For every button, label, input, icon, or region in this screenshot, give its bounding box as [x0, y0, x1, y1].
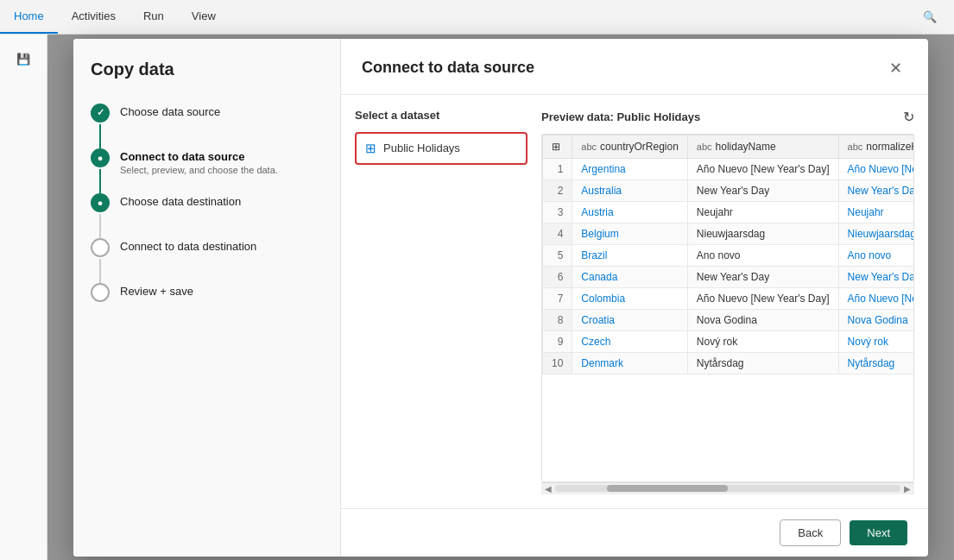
step-review-save: Review + save — [91, 283, 323, 306]
step-choose-dest: ● Choose data destination — [91, 193, 323, 238]
table-row: 8CroatiaNova GodinaNova Godina — [543, 309, 915, 330]
horizontal-scrollbar[interactable]: ◀ ▶ — [541, 482, 914, 494]
cell-normalize-6: New Year's Day — [838, 266, 914, 287]
cell-normalize-5: Ano novo — [838, 244, 914, 266]
cell-rownum-2: 2 — [543, 179, 572, 201]
step3-label: Choose data destination — [120, 195, 241, 208]
table-row: 1ArgentinaAño Nuevo [New Year's Day]Año … — [543, 158, 915, 179]
col-header-holiday: abcholidayName — [687, 135, 838, 158]
data-table-wrapper[interactable]: ⊞ abccountryOrRegion abcholidayName — [541, 134, 914, 482]
step1-line — [99, 124, 101, 148]
step5-circle — [91, 283, 110, 302]
step3-indicator: ● — [91, 193, 110, 238]
cell-holiday-8: Nova Godina — [687, 309, 838, 330]
back-button[interactable]: Back — [780, 519, 841, 546]
cell-country-2: Australia — [572, 179, 687, 201]
sidebar-title: Copy data — [91, 60, 323, 79]
step1-label: Choose data source — [120, 105, 220, 118]
step2-line — [99, 169, 101, 193]
col-type-normalize: abc — [848, 142, 863, 152]
step2-content: Connect to data source Select, preview, … — [120, 148, 278, 184]
cell-rownum-10: 10 — [543, 352, 572, 374]
step3-circle: ● — [91, 193, 110, 212]
col-type-holiday: abc — [697, 142, 712, 152]
table-row: 6CanadaNew Year's DayNew Year's Day — [543, 266, 915, 287]
col-name-normalize: normalizeHolidayName — [866, 141, 914, 153]
table-row: 2AustraliaNew Year's DayNew Year's Day — [543, 179, 915, 201]
preview-title: Preview data: Public Holidays — [541, 110, 700, 123]
cell-country-1: Argentina — [572, 158, 687, 179]
dataset-item-public-holidays[interactable]: ⊞ Public Holidays — [355, 132, 528, 165]
step4-line — [99, 259, 101, 283]
cell-country-5: Brazil — [572, 244, 687, 266]
preview-header: Preview data: Public Holidays ↻ — [541, 109, 914, 125]
app-area: 💾 Copy data ✓ — [0, 35, 954, 560]
top-bar-icons: 🔍 — [914, 2, 945, 33]
step3-dot-icon: ● — [98, 198, 104, 208]
scroll-right-arrow[interactable]: ▶ — [904, 484, 911, 494]
cell-holiday-10: Nytårsdag — [687, 352, 838, 374]
table-body: 1ArgentinaAño Nuevo [New Year's Day]Año … — [543, 158, 915, 374]
tab-activities[interactable]: Activities — [58, 0, 130, 34]
step4-label: Connect to data destination — [120, 240, 256, 253]
cell-holiday-3: Neujahr — [687, 201, 838, 223]
dataset-grid-icon: ⊞ — [365, 141, 376, 156]
cell-country-7: Colombia — [572, 287, 687, 309]
dialog-footer: Back Next — [341, 508, 928, 557]
step-connect-dest: Connect to data destination — [91, 238, 323, 283]
steps-list: ✓ Choose data source ● — [91, 104, 323, 306]
preview-panel: Preview data: Public Holidays ↻ ⊞ — [541, 109, 914, 494]
step5-content: Review + save — [120, 283, 193, 306]
step1-check-icon: ✓ — [97, 107, 104, 118]
step5-label: Review + save — [120, 285, 193, 298]
save-icon[interactable]: 💾 — [8, 43, 39, 74]
cell-holiday-6: New Year's Day — [687, 266, 838, 287]
refresh-button[interactable]: ↻ — [903, 109, 914, 125]
step2-dot-icon: ● — [98, 153, 104, 163]
tab-home[interactable]: Home — [0, 0, 58, 34]
cell-normalize-7: Año Nuevo [New Year's Day] — [838, 287, 914, 309]
cell-rownum-7: 7 — [543, 287, 572, 309]
step1-circle: ✓ — [91, 104, 110, 123]
scroll-thumb[interactable] — [607, 485, 728, 492]
col-name-holiday: holidayName — [716, 141, 776, 153]
cell-rownum-9: 9 — [543, 330, 572, 352]
scroll-left-arrow[interactable]: ◀ — [545, 484, 552, 494]
step-choose-source: ✓ Choose data source — [91, 104, 323, 148]
left-toolbar: 💾 — [0, 35, 47, 560]
tab-view[interactable]: View — [178, 0, 230, 34]
dialog-sidebar: Copy data ✓ Choose data source — [73, 39, 341, 557]
cell-rownum-6: 6 — [543, 266, 572, 287]
cell-country-4: Belgium — [572, 223, 687, 244]
top-bar: Home Activities Run View 🔍 — [0, 0, 954, 35]
dialog: Copy data ✓ Choose data source — [73, 39, 928, 557]
tab-run[interactable]: Run — [130, 0, 178, 34]
cell-normalize-3: Neujahr — [838, 201, 914, 223]
cell-country-6: Canada — [572, 266, 687, 287]
step1-indicator: ✓ — [91, 104, 110, 148]
next-button[interactable]: Next — [850, 520, 907, 545]
cell-normalize-8: Nova Godina — [838, 309, 914, 330]
step1-content: Choose data source — [120, 104, 220, 127]
dialog-overlay: Copy data ✓ Choose data source — [47, 35, 954, 560]
scroll-track[interactable] — [555, 485, 900, 492]
step3-content: Choose data destination — [120, 193, 241, 217]
col-name-country: countryOrRegion — [600, 141, 679, 153]
step4-circle — [91, 238, 110, 257]
cell-country-9: Czech — [572, 330, 687, 352]
table-row: 7ColombiaAño Nuevo [New Year's Day]Año N… — [543, 287, 915, 309]
cell-holiday-1: Año Nuevo [New Year's Day] — [687, 158, 838, 179]
cell-normalize-1: Año Nuevo [New Year's Day] — [838, 158, 914, 179]
data-table: ⊞ abccountryOrRegion abcholidayName — [542, 135, 914, 374]
dataset-item-label: Public Holidays — [383, 142, 460, 154]
close-button[interactable]: ✕ — [883, 56, 907, 80]
cell-rownum-3: 3 — [543, 201, 572, 223]
table-row: 4BelgiumNieuwjaarsdagNieuwjaarsdag — [543, 223, 915, 244]
cell-rownum-8: 8 — [543, 309, 572, 330]
search-icon[interactable]: 🔍 — [914, 2, 945, 33]
cell-rownum-5: 5 — [543, 244, 572, 266]
table-row: 9CzechNový rokNový rok — [543, 330, 915, 352]
col-header-country: abccountryOrRegion — [572, 135, 687, 158]
step4-content: Connect to data destination — [120, 238, 256, 261]
step-connect-source: ● Connect to data source Select, preview… — [91, 148, 323, 193]
